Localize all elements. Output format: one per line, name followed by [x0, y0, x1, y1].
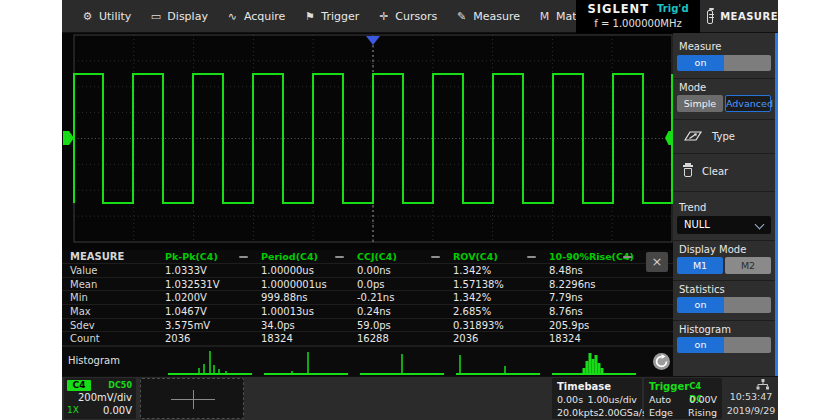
- measure-value-cell: 7.79ns: [549, 291, 583, 305]
- close-table-button[interactable]: ×: [646, 252, 668, 272]
- menu-item-label: Measure: [473, 10, 520, 23]
- measure-on-toggle[interactable]: on: [677, 55, 771, 71]
- channel-descriptor-c4[interactable]: C4 DC50 200mV/div 1X 0.00V: [64, 378, 136, 419]
- measurement-name: ROV(C4): [453, 250, 498, 264]
- trigger-position-marker[interactable]: [366, 36, 380, 45]
- histogram-spike: [209, 351, 211, 373]
- display-mode-m1-button[interactable]: M1: [677, 257, 723, 274]
- histogram-spike: [598, 363, 601, 373]
- menu-item-cursors[interactable]: ✛Cursors: [368, 0, 446, 33]
- plus-icon: [193, 390, 194, 409]
- dialog-title: MEASURE: [720, 11, 778, 22]
- trigger-box[interactable]: Trigger C4 DC Auto 0.00V Edge Rising: [644, 378, 722, 419]
- histogram-spike: [586, 361, 589, 373]
- type-button[interactable]: Type: [673, 125, 775, 147]
- measure-value-cell: 1.0467V: [165, 305, 207, 319]
- histogram-baseline: [360, 373, 444, 375]
- measure-value-cell: 2036: [165, 332, 190, 346]
- measure-value-cell: 1.342%: [453, 291, 491, 305]
- histogram-plots: [62, 347, 673, 377]
- clear-label: Clear: [702, 166, 728, 177]
- divider: [673, 280, 775, 281]
- clock-date: 2019/9/29: [724, 405, 778, 416]
- timebase-scale: 1.00us/div: [587, 393, 637, 406]
- histogram-reset-button[interactable]: [652, 352, 671, 371]
- histogram-spike: [601, 368, 604, 373]
- table-row-count: Count20361832416288203618324: [62, 332, 673, 346]
- remove-measurement-button[interactable]: [527, 256, 536, 258]
- measure-value-cell: 1.0333V: [165, 264, 207, 278]
- measure-value-cell: 8.48ns: [549, 264, 583, 278]
- lan-network-icon: [756, 379, 770, 390]
- measure-value-cell: 1.0000001us: [261, 278, 327, 292]
- waveform-display: [62, 33, 673, 250]
- menu-item-label: Cursors: [395, 10, 437, 23]
- measure-value-cell: 18324: [549, 332, 581, 346]
- menu-item-math[interactable]: MMath: [529, 0, 576, 33]
- clear-button[interactable]: Clear: [673, 160, 775, 182]
- channel-probe: 1X: [67, 405, 79, 415]
- channel-offset: 0.00V: [103, 405, 132, 416]
- measure-value-cell: 8.76ns: [549, 305, 583, 319]
- toggle-on-label: on: [677, 337, 724, 353]
- trend-value: NULL: [684, 216, 710, 234]
- display-mode-m2-button[interactable]: M2: [725, 257, 771, 274]
- cursors-icon: ✛: [377, 10, 390, 23]
- remove-measurement-button[interactable]: [431, 256, 440, 258]
- divider: [673, 119, 775, 120]
- trigger-source: C4 DC: [689, 380, 717, 393]
- histogram-baseline: [264, 373, 348, 375]
- measure-value-cell: 0.31893%: [453, 319, 504, 333]
- trigger-type: Edge: [649, 406, 673, 419]
- histogram-spike: [203, 364, 205, 373]
- trigger-flag-icon: ⚑: [303, 10, 316, 23]
- trend-dropdown[interactable]: NULL: [677, 216, 771, 234]
- menu-item-label: Trigger: [321, 10, 359, 23]
- histogram-label: Histogram: [679, 324, 731, 335]
- mode-simple-button[interactable]: Simple: [677, 95, 723, 112]
- menu-item-display[interactable]: ▭Display: [140, 0, 217, 33]
- table-header-row: MEASUREPk-Pk(C4)Period(C4)CCJ(C4)ROV(C4)…: [62, 250, 673, 264]
- menu-item-trigger[interactable]: ⚑Trigger: [294, 0, 368, 33]
- row-label: Count: [70, 332, 100, 346]
- timebase-memory: 20.0kpts: [557, 406, 598, 419]
- measure-clipboard-icon: [707, 10, 713, 24]
- measure-value-cell: 1.57138%: [453, 278, 504, 292]
- measure-value-cell: 2036: [453, 332, 478, 346]
- statistics-on-toggle[interactable]: on: [677, 297, 771, 313]
- gear-icon: ⚙: [81, 10, 94, 23]
- histogram-strip: Histogram: [62, 346, 673, 376]
- menu-item-measure[interactable]: ✎Measure: [446, 0, 529, 33]
- measure-dialog: Measure on Mode Simple Advanced Type Cle…: [673, 33, 778, 376]
- bottom-status-bar: C4 DC50 200mV/div 1X 0.00V Timebase 0.00…: [62, 376, 778, 420]
- remove-measurement-button[interactable]: [239, 256, 248, 258]
- measure-statistics-table: MEASUREPk-Pk(C4)Period(C4)CCJ(C4)ROV(C4)…: [62, 250, 673, 346]
- measurement-name: Pk-Pk(C4): [165, 250, 218, 264]
- screenshot-canvas: { "menu": { "items": [ {"icon": "gear-ic…: [0, 0, 840, 420]
- menu-item-label: Display: [167, 10, 208, 23]
- row-label: Mean: [70, 278, 97, 292]
- remove-measurement-button[interactable]: [623, 256, 632, 258]
- menu-item-acquire[interactable]: ∿Acquire: [217, 0, 294, 33]
- trigger-slope: Rising: [688, 406, 717, 419]
- divider: [673, 191, 775, 192]
- timebase-sample-rate: 2.00GSa/s: [598, 406, 647, 419]
- menu-item-utility[interactable]: ⚙Utility: [72, 0, 140, 33]
- add-channel-box[interactable]: [140, 378, 244, 419]
- mode-advanced-button[interactable]: Advanced: [725, 95, 771, 112]
- measure-value-cell: 1.00000us: [261, 264, 314, 278]
- oscilloscope-screen: ⚙Utility▭Display∿Acquire⚑Trigger✛Cursors…: [62, 0, 778, 420]
- toggle-on-label: on: [677, 297, 724, 313]
- display-icon: ▭: [149, 10, 162, 23]
- type-icon: [683, 128, 703, 144]
- type-label: Type: [712, 131, 735, 142]
- measure-value-cell: 0.00ns: [357, 264, 391, 278]
- timebase-box[interactable]: Timebase 0.00s 1.00us/div 20.0kpts 2.00G…: [552, 378, 642, 419]
- dialog-header: MEASURE: [700, 0, 778, 33]
- statistics-label: Statistics: [679, 284, 725, 295]
- measure-label: Measure: [679, 41, 722, 52]
- histogram-baseline: [168, 373, 252, 375]
- remove-measurement-button[interactable]: [335, 256, 344, 258]
- histogram-on-toggle[interactable]: on: [677, 337, 771, 353]
- histogram-spike: [459, 355, 461, 373]
